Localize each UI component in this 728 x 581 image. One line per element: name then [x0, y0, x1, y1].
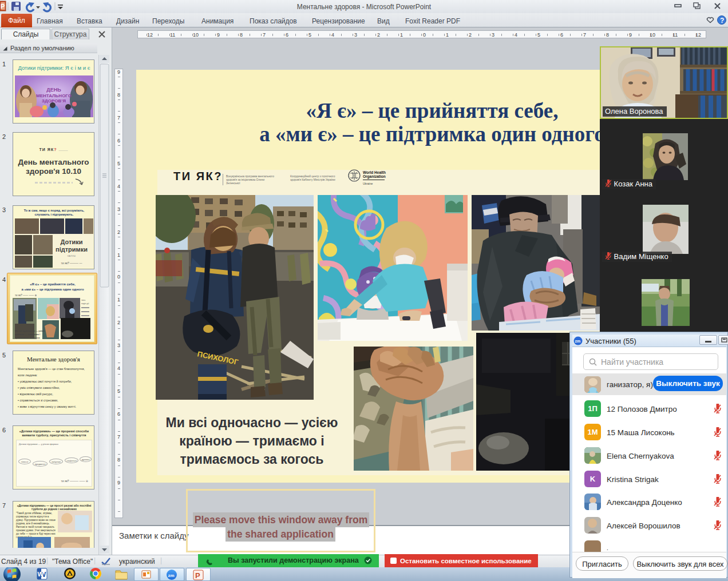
svg-text:W: W — [38, 571, 44, 578]
svg-text:Ukraine: Ukraine — [363, 182, 373, 185]
svg-text:Дотики: Дотики — [61, 238, 83, 245]
svg-text:ти як? —— —— ⊕: ти як? —— —— ⊕ — [15, 294, 37, 297]
svg-text:тика: тика — [81, 299, 85, 301]
svg-text:?: ? — [720, 17, 724, 25]
svg-text:ДЕНЬ: ДЕНЬ — [46, 87, 61, 93]
svg-text:P: P — [195, 571, 200, 580]
svg-text:World Health: World Health — [363, 170, 386, 174]
svg-text:ти як? ——— —: ти як? ——— — — [61, 261, 82, 265]
svg-text:МЕНТАЛЬНОГО: МЕНТАЛЬНОГО — [36, 93, 72, 98]
svg-text:Organization: Organization — [363, 174, 386, 179]
svg-text:Ми всі одночасно — усією: Ми всі одночасно — усією — [15, 329, 45, 332]
svg-text:підтримки: підтримки — [56, 246, 88, 253]
svg-text:країною — тримаємо і: країною — тримаємо і — [15, 333, 40, 336]
svg-text:тримаємось за когось: тримаємось за когось — [15, 336, 40, 339]
svg-text:КАЛУШ: КАЛУШ — [68, 254, 76, 257]
svg-text:zm: zm — [168, 573, 175, 578]
svg-text:поділ дії: поділ дії — [81, 303, 89, 305]
svg-text:zm: zm — [575, 339, 581, 343]
